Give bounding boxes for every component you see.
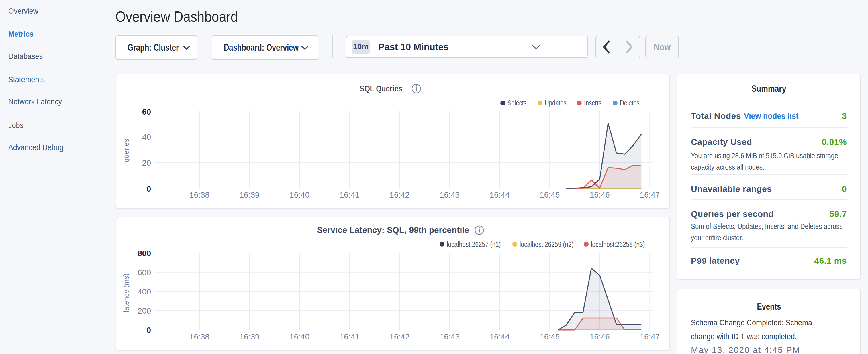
svg-text:20: 20: [142, 158, 151, 167]
svg-text:16:41: 16:41: [340, 190, 360, 199]
svg-text:600: 600: [137, 268, 151, 277]
svg-text:16:46: 16:46: [590, 332, 610, 341]
svg-text:60: 60: [142, 107, 151, 116]
svg-text:16:42: 16:42: [390, 332, 409, 341]
svg-text:16:42: 16:42: [390, 190, 409, 199]
svg-text:queries: queries: [122, 139, 130, 162]
svg-text:16:38: 16:38: [189, 190, 210, 199]
svg-text:0: 0: [147, 185, 151, 193]
svg-text:16:47: 16:47: [640, 190, 660, 199]
svg-text:16:40: 16:40: [289, 332, 309, 341]
svg-text:16:41: 16:41: [340, 332, 360, 341]
svg-text:latency (ms): latency (ms): [122, 273, 130, 313]
svg-text:16:45: 16:45: [539, 190, 560, 199]
svg-text:16:38: 16:38: [189, 332, 210, 341]
svg-text:16:47: 16:47: [640, 332, 660, 341]
svg-text:16:45: 16:45: [539, 332, 560, 341]
svg-text:200: 200: [137, 307, 151, 315]
svg-text:16:39: 16:39: [240, 332, 260, 341]
svg-text:16:40: 16:40: [289, 190, 309, 199]
svg-text:400: 400: [137, 287, 151, 296]
svg-text:16:44: 16:44: [490, 190, 510, 199]
svg-text:16:46: 16:46: [590, 190, 610, 199]
svg-text:40: 40: [142, 133, 151, 141]
svg-text:800: 800: [137, 249, 151, 258]
svg-text:16:44: 16:44: [490, 332, 510, 341]
svg-text:16:43: 16:43: [440, 332, 460, 341]
svg-text:0: 0: [147, 326, 151, 334]
svg-text:16:39: 16:39: [240, 190, 260, 199]
svg-text:16:43: 16:43: [440, 190, 460, 199]
